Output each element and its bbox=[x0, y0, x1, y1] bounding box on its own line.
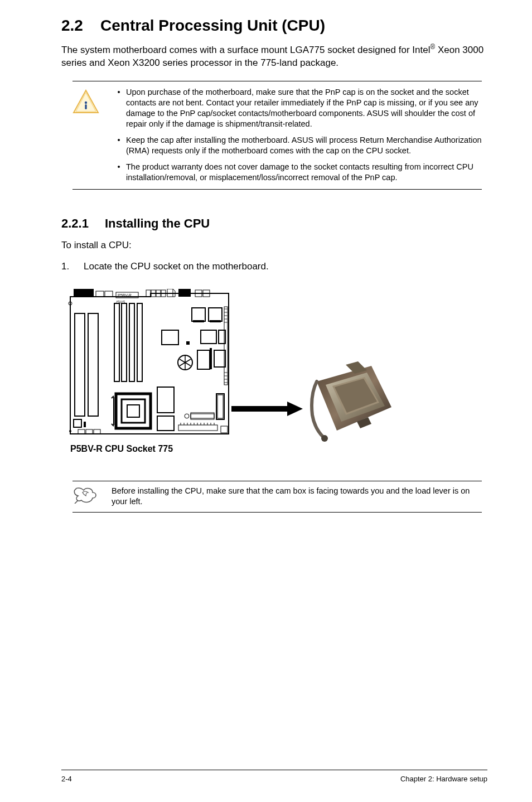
svg-rect-54 bbox=[127, 405, 139, 417]
bullet-icon: • bbox=[112, 135, 126, 156]
svg-rect-49 bbox=[78, 429, 85, 434]
svg-rect-16 bbox=[178, 289, 191, 297]
svg-rect-29 bbox=[201, 330, 216, 344]
svg-rect-34 bbox=[214, 350, 225, 367]
caution-text: Keep the cap after installing the mother… bbox=[126, 135, 482, 156]
caution-text: The product warranty does not cover dama… bbox=[126, 162, 482, 183]
svg-rect-53 bbox=[122, 399, 145, 423]
caution-icon bbox=[72, 89, 99, 115]
cpu-socket-image bbox=[307, 361, 396, 445]
section-number: 2.2 bbox=[61, 17, 83, 34]
note-icon bbox=[72, 487, 98, 504]
subsection-heading: 2.2.1Installing the CPU bbox=[61, 216, 487, 231]
svg-rect-26 bbox=[210, 320, 221, 322]
svg-rect-59 bbox=[157, 416, 174, 431]
svg-rect-19 bbox=[114, 303, 119, 381]
caution-list: • Upon purchase of the motherboard, make… bbox=[112, 87, 482, 183]
svg-marker-78 bbox=[231, 402, 303, 416]
subsection-title-text: Installing the CPU bbox=[105, 216, 210, 230]
svg-point-83 bbox=[321, 435, 328, 442]
svg-rect-32 bbox=[197, 350, 210, 369]
svg-rect-22 bbox=[137, 303, 142, 381]
page-footer: 2-4 Chapter 2: Hardware setup bbox=[61, 770, 487, 783]
svg-rect-21 bbox=[129, 303, 134, 381]
svg-rect-77 bbox=[221, 426, 228, 433]
list-item: • Upon purchase of the motherboard, make… bbox=[112, 87, 482, 130]
caution-icon-cell bbox=[72, 87, 112, 183]
figure: P5BV-R /SUS bbox=[67, 289, 487, 467]
board-label: P5BV-R bbox=[118, 293, 132, 297]
svg-rect-11 bbox=[146, 290, 151, 297]
bullet-icon: • bbox=[112, 87, 126, 130]
svg-rect-64 bbox=[217, 395, 223, 418]
svg-rect-28 bbox=[186, 341, 190, 345]
svg-rect-65 bbox=[178, 425, 217, 431]
svg-rect-46 bbox=[88, 313, 98, 416]
svg-rect-27 bbox=[162, 330, 178, 345]
note-icon-cell bbox=[72, 486, 112, 508]
svg-rect-8 bbox=[105, 291, 113, 297]
bullet-icon: • bbox=[112, 162, 126, 183]
step-text: Locate the CPU socket on the motherboard… bbox=[84, 261, 487, 272]
note-text: Before installing the CPU, make sure tha… bbox=[112, 486, 482, 508]
svg-rect-24 bbox=[209, 308, 222, 321]
svg-rect-6 bbox=[74, 289, 94, 297]
svg-point-2 bbox=[85, 101, 87, 103]
chapter-label: Chapter 2: Hardware setup bbox=[400, 775, 487, 783]
svg-rect-35 bbox=[224, 307, 228, 385]
arrow-icon bbox=[231, 400, 304, 417]
svg-rect-47 bbox=[74, 419, 81, 427]
step-item: 1. Locate the CPU socket on the motherbo… bbox=[61, 261, 487, 272]
list-item: • Keep the cap after installing the moth… bbox=[112, 135, 482, 156]
svg-rect-7 bbox=[96, 291, 104, 297]
svg-rect-25 bbox=[193, 320, 204, 322]
figure-caption: P5BV-R CPU Socket 775 bbox=[70, 444, 173, 454]
svg-rect-23 bbox=[192, 308, 205, 321]
caution-text: Upon purchase of the motherboard, make s… bbox=[126, 87, 482, 130]
step-number: 1. bbox=[61, 261, 84, 272]
svg-rect-48 bbox=[84, 422, 86, 427]
body-text: To install a CPU: bbox=[61, 240, 487, 251]
subsection-number: 2.2.1 bbox=[61, 216, 105, 231]
note-block: Before installing the CPU, make sure tha… bbox=[72, 481, 482, 513]
svg-point-60 bbox=[185, 414, 189, 418]
motherboard-diagram: P5BV-R /SUS bbox=[67, 289, 234, 442]
svg-rect-51 bbox=[94, 429, 100, 434]
section-heading: 2.2 Central Processing Unit (CPU) bbox=[61, 17, 487, 35]
svg-rect-20 bbox=[122, 303, 127, 381]
caution-block: • Upon purchase of the motherboard, make… bbox=[72, 81, 482, 190]
svg-rect-58 bbox=[157, 387, 174, 413]
page-number: 2-4 bbox=[61, 775, 72, 783]
list-item: • The product warranty does not cover da… bbox=[112, 162, 482, 183]
svg-point-5 bbox=[69, 430, 71, 432]
svg-rect-3 bbox=[85, 104, 86, 109]
svg-rect-62 bbox=[191, 414, 214, 418]
svg-rect-50 bbox=[86, 429, 93, 434]
section-title-text: Central Processing Unit (CPU) bbox=[100, 17, 325, 34]
intro-paragraph: The system motherboard comes with a surf… bbox=[61, 42, 487, 70]
svg-rect-45 bbox=[75, 313, 85, 416]
svg-rect-33 bbox=[210, 348, 212, 369]
